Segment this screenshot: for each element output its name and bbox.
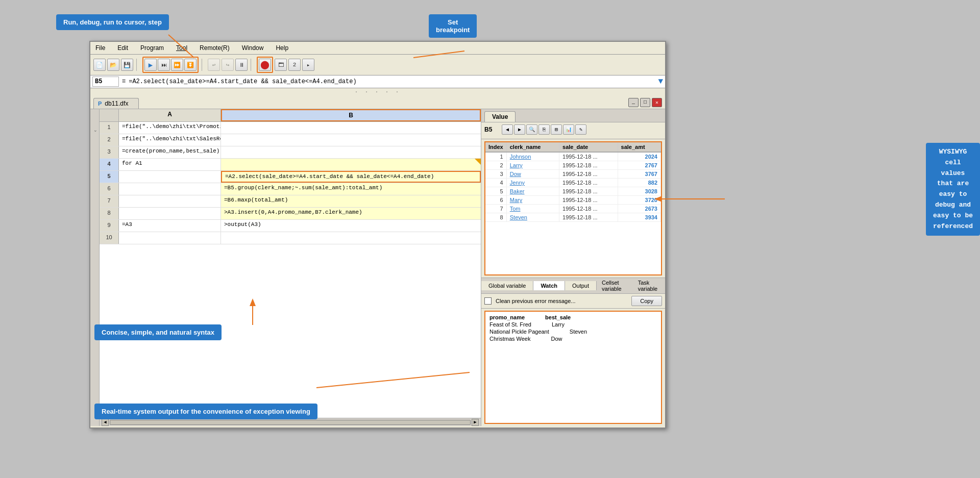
new-button[interactable]: 📄 — [93, 59, 106, 71]
clean-checkbox[interactable] — [484, 297, 492, 305]
list-item: Feast of St. Fred Larry — [489, 321, 657, 328]
row-number-5: 5 — [100, 171, 119, 183]
menu-help[interactable]: Help — [274, 43, 290, 53]
cell-clerk-2[interactable]: Dow — [506, 170, 559, 179]
subtab-cellset[interactable]: Cellset variable — [597, 278, 633, 293]
formula-down-arrow[interactable]: ▼ — [658, 77, 663, 86]
cell-b1[interactable] — [221, 122, 481, 134]
subtab-task[interactable]: Task variable — [633, 278, 665, 293]
pause-button[interactable]: ⏸ — [235, 59, 248, 71]
nav-grid-button[interactable]: ⊞ — [551, 124, 562, 135]
cell-reference[interactable]: B5 — [92, 77, 119, 87]
nav-copy-button[interactable]: ⎘ — [538, 124, 550, 135]
menu-edit[interactable]: Edit — [115, 43, 130, 53]
row-number-8: 8 — [100, 208, 119, 219]
column-header-a[interactable]: A — [119, 109, 221, 121]
cell-clerk-6[interactable]: Tom — [506, 205, 559, 213]
output-header-row: promo_name best_sale — [489, 314, 657, 321]
menu-program[interactable]: Program — [138, 43, 166, 53]
cell-a8[interactable] — [119, 208, 221, 219]
cell-a4[interactable]: for A1 — [119, 159, 221, 170]
cell-clerk-3[interactable]: Jenny — [506, 179, 559, 187]
toolbar-extra-1[interactable]: 2 — [288, 59, 301, 71]
formula-bar: B5 = =A2.select(sale_date>=A4.start_date… — [90, 76, 665, 88]
close-button[interactable]: ✕ — [652, 98, 662, 107]
cell-clerk-0[interactable]: Johnson — [506, 152, 559, 161]
nav-extra-button[interactable]: ✎ — [575, 124, 586, 135]
cell-b5[interactable]: =A2.select(sale_date>=A4.start_date && s… — [221, 171, 481, 183]
menu-window[interactable]: Window — [240, 43, 266, 53]
tab-global-variable[interactable]: Global variable — [481, 281, 533, 290]
cell-clerk-4[interactable]: Baker — [506, 187, 559, 196]
file-tab-db11[interactable]: P db11.dfx — [93, 98, 139, 109]
cell-a2[interactable]: =file("..\demo\zhi\txt\SalesRecord.txt")… — [119, 134, 221, 146]
nav-forward-button[interactable]: ▶ — [514, 124, 525, 135]
cell-a3[interactable]: =create(promo_name,best_sale) — [119, 146, 221, 158]
breakpoint-button[interactable]: ⬤ — [259, 59, 271, 71]
cell-amt-2: 3767 — [618, 170, 660, 179]
nav-chart-button[interactable]: 📊 — [563, 124, 574, 135]
tab-output[interactable]: Output — [565, 281, 597, 290]
value-top: B5 ◀ ▶ 🔍 ⎘ ⊞ 📊 ✎ — [481, 122, 665, 139]
cell-amt-5: 3720 — [618, 196, 660, 205]
cell-a1[interactable]: =file("..\demo\zhi\txt\Promotion.txt").i… — [119, 122, 221, 134]
toolbar-extra-2[interactable]: ▸ — [302, 59, 314, 71]
cell-clerk-5[interactable]: Mary — [506, 196, 559, 205]
step-over-button[interactable]: ⏩ — [171, 59, 183, 71]
cell-b10[interactable] — [221, 232, 481, 244]
step-into-button[interactable]: ⏬ — [184, 59, 197, 71]
cell-b9[interactable]: >output(A3) — [221, 220, 481, 232]
value-cell-ref-row: B5 ◀ ▶ 🔍 ⎘ ⊞ 📊 ✎ — [484, 124, 662, 135]
table-row: 3 Dow 1995-12-18 ... 3767 — [485, 170, 661, 179]
cell-amt-1: 2767 — [618, 161, 660, 170]
clean-label: Clean previous error message... — [496, 298, 627, 304]
cell-date-6: 1995-12-18 ... — [559, 205, 618, 213]
cell-date-1: 1995-12-18 ... — [559, 161, 618, 170]
cell-a5[interactable] — [119, 171, 221, 183]
list-item: National Pickle Pageant Steven — [489, 328, 657, 335]
cell-b3[interactable] — [221, 146, 481, 158]
window-btn[interactable]: 🗔 — [275, 59, 287, 71]
save-button[interactable]: 💾 — [121, 59, 133, 71]
cell-a10[interactable] — [119, 232, 221, 244]
open-button[interactable]: 📂 — [107, 59, 119, 71]
cell-amt-7: 3934 — [618, 213, 660, 222]
run-button[interactable]: ▶ — [144, 59, 157, 71]
cell-a6[interactable] — [119, 183, 221, 195]
scroll-left[interactable]: ◀ — [102, 419, 109, 426]
scroll-track[interactable] — [110, 420, 471, 425]
tab-watch[interactable]: Watch — [533, 281, 565, 290]
nav-back-button[interactable]: ◀ — [502, 124, 513, 135]
value-data-table: Index clerk_name sale_date sale_amt 1 Jo… — [484, 141, 662, 275]
maximize-button[interactable]: □ — [640, 98, 650, 107]
cell-b7[interactable]: =B6.maxp(total_amt) — [221, 195, 481, 207]
tab-value[interactable]: Value — [484, 111, 516, 122]
cell-b2[interactable] — [221, 134, 481, 146]
menu-file[interactable]: File — [93, 43, 107, 53]
undo-button[interactable]: ↩ — [208, 59, 220, 71]
cell-a9[interactable]: =A3 — [119, 220, 221, 232]
menu-tool[interactable]: Tool — [174, 43, 189, 53]
cell-b8[interactable]: >A3.insert(0,A4.promo_name,B7.clerk_name… — [221, 208, 481, 219]
cell-b4[interactable] — [221, 159, 481, 170]
menu-remote[interactable]: Remote(R) — [198, 43, 232, 53]
nav-search-button[interactable]: 🔍 — [526, 124, 537, 135]
cell-clerk-7[interactable]: Steven — [506, 213, 559, 222]
scroll-right[interactable]: ▶ — [472, 419, 479, 426]
cell-index-1: 2 — [485, 161, 506, 170]
minimize-button[interactable]: _ — [628, 98, 639, 107]
column-header-b[interactable]: B — [221, 109, 481, 121]
output-row-col1-2: Christmas Week — [489, 336, 530, 342]
cell-clerk-1[interactable]: Larry — [506, 161, 559, 170]
redo-button[interactable]: ↪ — [222, 59, 234, 71]
cell-date-0: 1995-12-18 ... — [559, 152, 618, 161]
left-gutter-arrow[interactable]: › — [92, 130, 97, 132]
formula-equals: = — [122, 78, 126, 85]
cell-a7[interactable] — [119, 195, 221, 207]
cell-b6[interactable]: =B5.group(clerk_name;~.sum(sale_amt):tot… — [221, 183, 481, 195]
row-number-1: 1 — [100, 122, 119, 134]
breakpoint-group: ⬤ — [257, 57, 273, 73]
resize-handle[interactable]: · · · · · — [90, 88, 665, 96]
copy-button[interactable]: Copy — [631, 296, 662, 306]
debug-button[interactable]: ⏭ — [158, 59, 170, 71]
